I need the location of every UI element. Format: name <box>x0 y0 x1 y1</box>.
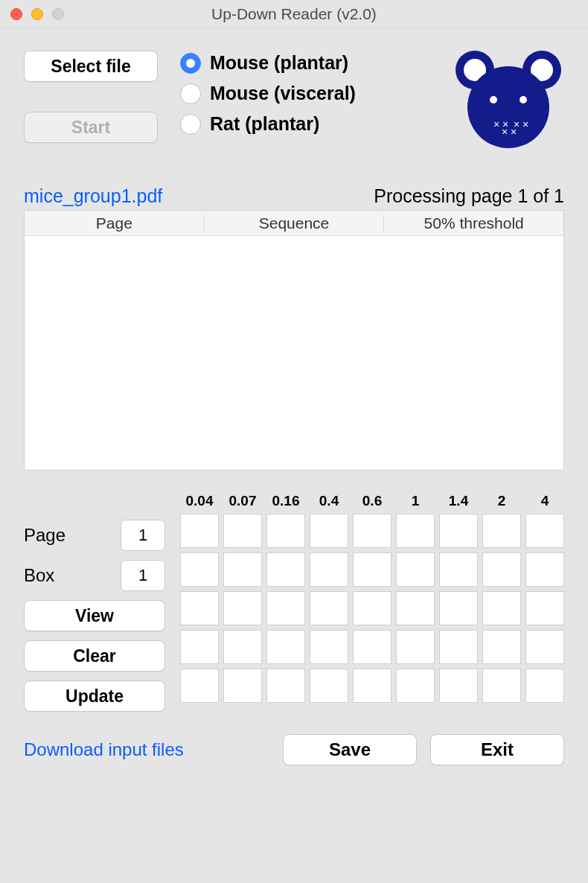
grid-cell[interactable] <box>396 514 435 548</box>
grid-cell[interactable] <box>482 591 521 625</box>
radio-icon <box>180 114 201 135</box>
select-file-button[interactable]: Select file <box>24 51 158 82</box>
grid-cell[interactable] <box>310 591 348 625</box>
start-button: Start <box>24 112 158 143</box>
grid-cell[interactable] <box>525 552 564 587</box>
exit-button[interactable]: Exit <box>430 734 564 765</box>
filename-label: mice_group1.pdf <box>24 185 162 207</box>
grid-cell[interactable] <box>482 669 521 703</box>
grid-cell[interactable] <box>525 514 564 548</box>
titlebar: Up-Down Reader (v2.0) <box>0 0 588 28</box>
grid-cell[interactable] <box>482 514 521 548</box>
save-button[interactable]: Save <box>283 734 417 765</box>
svg-text:× ×: × × <box>502 126 517 138</box>
radio-label: Mouse (visceral) <box>210 83 356 104</box>
grid-cell[interactable] <box>396 591 435 625</box>
processing-status: Processing page 1 of 1 <box>374 185 564 207</box>
results-table: Page Sequence 50% threshold <box>24 210 564 471</box>
grid-cell[interactable] <box>525 591 564 625</box>
grid-cell[interactable] <box>223 552 262 587</box>
grid-col-header: 0.16 <box>266 493 305 509</box>
clear-button[interactable]: Clear <box>24 640 165 672</box>
grid-cell[interactable] <box>439 669 478 703</box>
grid-col-header: 0.6 <box>353 493 392 509</box>
grid-cell[interactable] <box>482 552 521 587</box>
grid-cell[interactable] <box>396 630 435 664</box>
grid-cell[interactable] <box>439 591 478 625</box>
grid-cell[interactable] <box>310 669 348 703</box>
grid-cell[interactable] <box>353 591 392 625</box>
radio-icon <box>180 53 201 74</box>
grid-cell[interactable] <box>439 552 478 587</box>
col-page: Page <box>25 214 205 232</box>
grid-cell[interactable] <box>180 591 219 625</box>
grid-cell[interactable] <box>180 630 219 664</box>
grid-cell[interactable] <box>310 630 348 664</box>
col-threshold: 50% threshold <box>384 214 563 232</box>
grid-cell[interactable] <box>223 630 262 664</box>
grid-cell[interactable] <box>266 591 305 625</box>
grid-cell[interactable] <box>525 630 564 664</box>
grid-row <box>180 630 564 664</box>
svg-point-5 <box>490 96 497 103</box>
grid-cell[interactable] <box>353 514 392 548</box>
grid-cell[interactable] <box>223 591 262 625</box>
grid-cell[interactable] <box>223 669 262 703</box>
view-button[interactable]: View <box>24 600 165 631</box>
grid-cell[interactable] <box>180 552 219 587</box>
grid-col-header: 0.07 <box>223 493 262 509</box>
grid-cell[interactable] <box>439 514 478 548</box>
grid-cell[interactable] <box>310 514 348 548</box>
svg-point-6 <box>520 96 527 103</box>
grid-col-header: 0.4 <box>310 493 348 509</box>
grid-cell[interactable] <box>353 669 392 703</box>
window-title: Up-Down Reader (v2.0) <box>0 5 588 23</box>
grid-row <box>180 591 564 625</box>
grid-cell[interactable] <box>266 630 305 664</box>
grid-col-header: 4 <box>525 493 564 509</box>
grid-cell[interactable] <box>266 514 305 548</box>
grid-row <box>180 552 564 587</box>
download-link[interactable]: Download input files <box>24 739 184 760</box>
grid-cell[interactable] <box>353 630 392 664</box>
grid-cell[interactable] <box>353 552 392 587</box>
grid-cell[interactable] <box>396 669 435 703</box>
grid-cell[interactable] <box>439 630 478 664</box>
radio-mouse-plantar[interactable]: Mouse (plantar) <box>180 52 356 74</box>
grid-row <box>180 669 564 703</box>
page-input[interactable]: 1 <box>121 520 165 551</box>
radio-mouse-visceral[interactable]: Mouse (visceral) <box>180 83 356 104</box>
box-input[interactable]: 1 <box>121 560 165 591</box>
page-label: Page <box>24 525 65 546</box>
grid-cell[interactable] <box>180 669 219 703</box>
grid-cell[interactable] <box>310 552 348 587</box>
radio-label: Mouse (plantar) <box>210 52 348 74</box>
radio-icon <box>180 83 201 104</box>
update-button[interactable]: Update <box>24 680 165 712</box>
grid-cell[interactable] <box>223 514 262 548</box>
grid-col-header: 1 <box>396 493 435 509</box>
grid-col-header: 2 <box>482 493 521 509</box>
grid-cell[interactable] <box>482 630 521 664</box>
grid-cell[interactable] <box>180 514 219 548</box>
grid-col-header: 1.4 <box>439 493 478 509</box>
box-label: Box <box>24 565 54 586</box>
mouse-logo-icon: × × × × × × <box>453 48 564 156</box>
grid-col-header: 0.04 <box>180 493 219 509</box>
table-body <box>25 236 563 470</box>
grid-row <box>180 514 564 548</box>
col-sequence: Sequence <box>205 214 385 232</box>
radio-label: Rat (plantar) <box>210 113 319 135</box>
grid-cell[interactable] <box>266 552 305 587</box>
grid-header: 0.040.070.160.40.611.424 <box>180 493 564 509</box>
grid-cell[interactable] <box>525 669 564 703</box>
grid-cell[interactable] <box>266 669 305 703</box>
radio-rat-plantar[interactable]: Rat (plantar) <box>180 113 356 135</box>
grid-cell[interactable] <box>396 552 435 587</box>
